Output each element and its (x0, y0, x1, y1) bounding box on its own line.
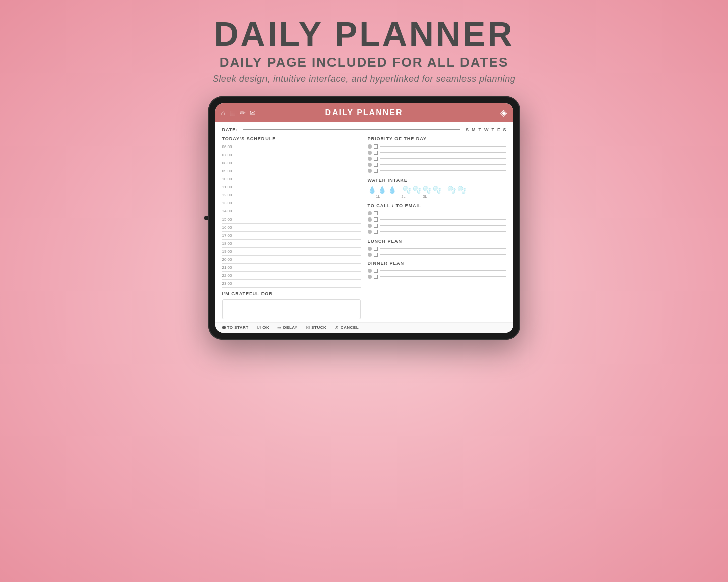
lunch-row-2 (368, 253, 506, 257)
pencil-icon[interactable]: ✏ (240, 109, 246, 117)
water-drop-outline-4[interactable]: 🫧 (433, 186, 441, 194)
calendar-icon[interactable]: ▦ (229, 109, 236, 117)
priority-row-3 (368, 157, 506, 161)
page-description: Sleek design, intuitive interface, and h… (213, 74, 515, 84)
legend-stuck: ☒ STUCK (306, 325, 327, 330)
call-dot-3 (368, 224, 372, 228)
priority-checkbox-2[interactable] (374, 151, 378, 155)
legend-ok: ☑ OK (257, 325, 270, 330)
dinner-row-2 (368, 275, 506, 279)
call-section: TO CALL / TO EMAIL (368, 203, 506, 234)
time-1000: 10:00 (222, 177, 236, 181)
call-row-2 (368, 217, 506, 222)
call-row-1 (368, 211, 506, 215)
time-row-0700: 07:00 (222, 153, 361, 159)
water-drop-filled-2[interactable]: 💧 (378, 186, 386, 194)
time-0600: 06:00 (222, 144, 236, 149)
time-1200: 12:00 (222, 193, 236, 197)
lunch-line-1 (380, 248, 506, 249)
lunch-checkbox-1[interactable] (374, 247, 378, 251)
water-drop-outline-1[interactable]: 🫧 (403, 186, 411, 194)
planner-header-title: DAILY PLANNER (325, 108, 403, 117)
time-1700: 17:00 (222, 233, 236, 238)
envelope-icon[interactable]: ✉ (250, 109, 256, 117)
priority-row-5 (368, 169, 506, 173)
time-2000: 20:00 (222, 257, 236, 262)
grateful-input[interactable] (222, 299, 361, 319)
priority-dot-4 (368, 163, 372, 167)
call-checkbox-3[interactable] (374, 224, 378, 228)
time-row-1100: 11:00 (222, 185, 361, 191)
dinner-title: DINNER PLAN (368, 261, 506, 266)
date-label: DATE: (222, 127, 238, 132)
time-1300: 13:00 (222, 201, 236, 205)
dinner-checkbox-2[interactable] (374, 275, 378, 279)
lunch-dot-2 (368, 253, 372, 257)
call-row-3 (368, 224, 506, 228)
time-row-1600: 16:00 (222, 225, 361, 232)
priority-dot-5 (368, 169, 372, 173)
day-letters: S M T W T F S (466, 127, 506, 132)
day-t2: T (491, 127, 494, 132)
layers-icon[interactable]: ◈ (500, 107, 507, 118)
priority-row-2 (368, 151, 506, 155)
water-drop-filled-3[interactable]: 💧 (388, 186, 396, 194)
schedule-section: TODAY'S SCHEDULE 06:00 07:00 08:00 09:00… (222, 136, 361, 288)
call-dot-4 (368, 230, 372, 234)
water-drop-filled-1[interactable]: 💧 (368, 186, 376, 194)
water-label-1l: 1L (368, 195, 389, 198)
water-section: WATER INTAKE 💧 💧 💧 🫧 🫧 🫧 🫧 (368, 178, 506, 198)
tablet-screen: ⌂ ▦ ✏ ✉ DAILY PLANNER ◈ JAN FEB MAR APR … (215, 103, 513, 333)
call-line-1 (380, 213, 506, 213)
lunch-dot-1 (368, 247, 372, 251)
home-icon[interactable]: ⌂ (221, 109, 225, 117)
water-drop-outline-2[interactable]: 🫧 (413, 186, 421, 194)
lunch-checkbox-2[interactable] (374, 253, 378, 257)
priority-checkbox-1[interactable] (374, 144, 378, 149)
date-input-line[interactable] (243, 129, 460, 130)
legend-to-start-label: TO START (227, 325, 249, 330)
priority-checkbox-4[interactable] (374, 163, 378, 167)
priority-dot-3 (368, 157, 372, 161)
legend-arrow-icon: ⇒ (277, 325, 282, 330)
legend-check-icon: ☑ (257, 325, 261, 330)
water-drop-outline-5[interactable]: 🫧 (447, 186, 456, 194)
water-drop-outline-6[interactable]: 🫧 (457, 186, 466, 194)
call-dot-2 (368, 217, 372, 222)
time-0900: 09:00 (222, 169, 236, 173)
legend-stuck-label: STUCK (311, 325, 326, 330)
priority-line-2 (380, 152, 506, 153)
day-s: S (466, 127, 469, 132)
legend-delay-label: DELAY (283, 325, 298, 330)
call-title: TO CALL / TO EMAIL (368, 203, 506, 208)
call-checkbox-4[interactable] (374, 230, 378, 234)
dinner-checkbox-1[interactable] (374, 269, 378, 273)
time-row-0800: 08:00 (222, 161, 361, 167)
legend-dot-icon (222, 326, 226, 329)
bottom-legend: TO START ☑ OK ⇒ DELAY ☒ STUCK ✗ CANCEL (215, 322, 513, 333)
water-drop-outline-3[interactable]: 🫧 (423, 186, 431, 194)
day-w: W (484, 127, 489, 132)
time-row-1000: 10:00 (222, 177, 361, 183)
time-1800: 18:00 (222, 241, 236, 246)
header-icons-left: ⌂ ▦ ✏ ✉ (221, 109, 256, 117)
day-t: T (478, 127, 481, 132)
dinner-dot-1 (368, 269, 372, 273)
time-row-2000: 20:00 (222, 257, 361, 264)
time-row-1200: 12:00 (222, 193, 361, 199)
time-0800: 08:00 (222, 161, 236, 165)
lunch-row-1 (368, 247, 506, 251)
priority-checkbox-5[interactable] (374, 169, 378, 173)
time-row-2200: 22:00 (222, 273, 361, 280)
call-checkbox-1[interactable] (374, 211, 378, 215)
legend-to-start: TO START (222, 325, 249, 330)
dinner-line-2 (380, 276, 506, 277)
time-2100: 21:00 (222, 265, 236, 270)
priority-checkbox-3[interactable] (374, 157, 378, 161)
time-row-1800: 18:00 (222, 241, 361, 248)
day-s2: S (503, 127, 506, 132)
call-checkbox-2[interactable] (374, 217, 378, 222)
grateful-title: I'M GRATEFUL FOR (222, 291, 361, 296)
call-line-3 (380, 225, 506, 226)
time-1900: 19:00 (222, 249, 236, 254)
